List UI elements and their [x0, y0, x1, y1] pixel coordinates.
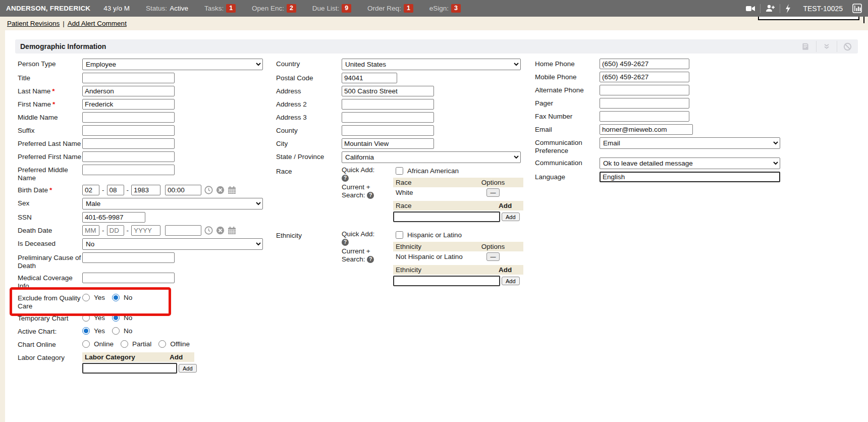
birth-month-input[interactable]: [82, 185, 99, 195]
chart-online-offline-radio[interactable]: [158, 340, 166, 348]
race-add-input[interactable]: [393, 212, 500, 222]
clear-date-icon[interactable]: [216, 186, 225, 194]
is-deceased-select[interactable]: No: [82, 238, 263, 250]
birth-day-input[interactable]: [107, 185, 124, 195]
pager-input[interactable]: [600, 98, 689, 109]
hispanic-latino-label: Hispanic or Latino: [407, 231, 462, 239]
preferred-last-name-input[interactable]: [82, 138, 175, 149]
title-label: Title: [18, 73, 82, 82]
active-chart-yes-radio[interactable]: [82, 327, 90, 335]
disable-icon[interactable]: [837, 42, 853, 51]
communication-preference-select[interactable]: Email: [600, 137, 780, 149]
race-quick-add-label: Quick Add:: [342, 166, 391, 174]
language-label: Language: [535, 172, 600, 181]
city-input[interactable]: [342, 138, 434, 149]
ethnicity-add-input[interactable]: [393, 276, 500, 286]
hispanic-latino-checkbox[interactable]: [396, 231, 403, 239]
labor-category-table-header: Labor Category Add: [82, 352, 194, 362]
calendar-icon[interactable]: [228, 226, 236, 235]
labor-category-add-button[interactable]: Add: [179, 364, 197, 373]
title-input[interactable]: [82, 73, 175, 83]
exclude-quality-no-radio[interactable]: [112, 294, 120, 301]
field-email: Email: [535, 124, 797, 135]
birth-time-input[interactable]: [165, 185, 201, 195]
esign-counter[interactable]: eSign: 3: [429, 4, 461, 13]
active-chart-no-radio[interactable]: [112, 327, 120, 335]
chart-online-online-radio[interactable]: [82, 340, 90, 348]
open-enc-badge[interactable]: 2: [287, 4, 296, 13]
help-icon[interactable]: ?: [367, 192, 374, 199]
ethnicity-remove-button[interactable]: —: [486, 252, 500, 261]
county-input[interactable]: [342, 125, 434, 136]
open-enc-counter[interactable]: Open Enc: 2: [252, 4, 296, 13]
clock-icon[interactable]: [204, 186, 213, 194]
tasks-counter[interactable]: Tasks: 1: [204, 4, 236, 13]
preliminary-cause-input[interactable]: [82, 252, 175, 263]
african-american-checkbox[interactable]: [396, 167, 403, 175]
death-time-input[interactable]: [165, 225, 201, 236]
sex-select[interactable]: Male: [82, 198, 263, 209]
labor-category-add-input[interactable]: [82, 363, 177, 374]
preferred-middle-name-input[interactable]: [82, 165, 175, 175]
ethnicity-quick-add-block: Quick Add: ? Current + Search: ?: [342, 230, 391, 263]
lightning-icon[interactable]: [785, 4, 791, 13]
required-asterisk: *: [52, 100, 55, 108]
patient-name: ANDERSON, FREDERICK: [6, 5, 90, 12]
collapse-chevrons-icon[interactable]: [817, 42, 837, 50]
video-camera-icon[interactable]: [745, 5, 755, 13]
help-icon[interactable]: ?: [342, 239, 349, 246]
alternate-phone-input[interactable]: [600, 85, 689, 95]
address-3-input[interactable]: [342, 112, 434, 123]
patient-revisions-link[interactable]: Patient Revisions: [7, 20, 60, 27]
race-add-button[interactable]: Add: [502, 213, 520, 221]
add-person-icon[interactable]: [765, 4, 775, 13]
ssn-input[interactable]: [82, 212, 145, 223]
system-id: TEST-10025: [803, 5, 843, 13]
calendar-icon[interactable]: [228, 186, 236, 194]
print-icon[interactable]: [795, 42, 816, 51]
chart-icon[interactable]: [852, 4, 862, 13]
first-name-input[interactable]: [82, 99, 175, 110]
address-input[interactable]: [342, 86, 434, 96]
ethnicity-add-button[interactable]: Add: [502, 277, 520, 285]
add-alert-comment-link[interactable]: Add Alert Comment: [68, 20, 127, 27]
exclude-quality-yes-radio[interactable]: [82, 294, 90, 301]
email-input[interactable]: [600, 124, 693, 135]
last-name-input[interactable]: [82, 86, 175, 96]
death-year-input[interactable]: [131, 225, 160, 236]
state-province-select[interactable]: California: [342, 151, 521, 163]
temporary-chart-yes-radio[interactable]: [82, 314, 90, 322]
address-2-input[interactable]: [342, 99, 434, 110]
communication-select[interactable]: Ok to leave detailed message: [600, 157, 780, 169]
suffix-input[interactable]: [82, 125, 175, 136]
mobile-phone-input[interactable]: [600, 72, 689, 82]
language-input[interactable]: [600, 172, 780, 182]
due-list-badge[interactable]: 9: [342, 4, 351, 13]
chart-online-partial-radio[interactable]: [121, 340, 128, 348]
death-day-input[interactable]: [107, 225, 124, 236]
order-req-badge[interactable]: 1: [404, 4, 413, 13]
death-month-input[interactable]: [82, 225, 99, 236]
help-icon[interactable]: ?: [367, 256, 374, 263]
preferred-first-name-input[interactable]: [82, 151, 175, 162]
temporary-chart-no-radio[interactable]: [112, 314, 120, 322]
tasks-badge[interactable]: 1: [226, 4, 236, 13]
person-type-select[interactable]: Employee: [82, 59, 263, 70]
esign-badge[interactable]: 3: [451, 4, 461, 13]
country-select[interactable]: United States: [342, 59, 521, 70]
home-phone-input[interactable]: [600, 59, 689, 69]
order-req-counter[interactable]: Order Req: 1: [367, 4, 413, 13]
race-remove-button[interactable]: —: [486, 188, 500, 197]
ethnicity-add-header: Add: [499, 266, 521, 274]
field-middle-name: Middle Name: [18, 112, 273, 123]
fax-number-input[interactable]: [600, 111, 689, 122]
field-preferred-first-name: Preferred First Name: [18, 151, 273, 162]
postal-code-input[interactable]: [342, 73, 397, 83]
clock-icon[interactable]: [204, 226, 213, 235]
clear-date-icon[interactable]: [216, 226, 225, 235]
birth-year-input[interactable]: [131, 185, 160, 195]
medical-coverage-input[interactable]: [82, 273, 175, 283]
middle-name-input[interactable]: [82, 112, 175, 123]
help-icon[interactable]: ?: [342, 175, 349, 182]
due-list-counter[interactable]: Due List: 9: [312, 4, 351, 13]
